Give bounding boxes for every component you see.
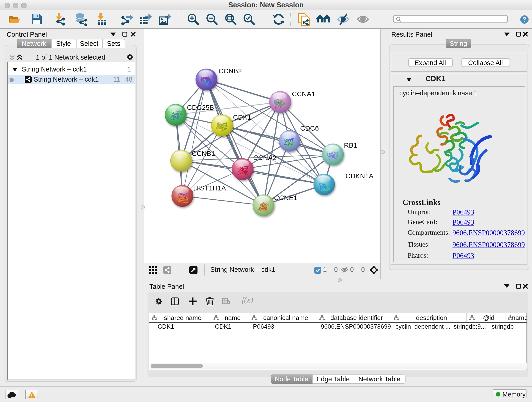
- svg-text:CCNA2: CCNA2: [253, 154, 277, 161]
- svg-text:CCNB1: CCNB1: [192, 150, 215, 157]
- svg-text:CDK1: CDK1: [233, 114, 251, 121]
- svg-text:CCNB2: CCNB2: [219, 67, 242, 75]
- svg-text:?: ?: [522, 16, 526, 23]
- svg-text:CDKN1A: CDKN1A: [346, 172, 374, 180]
- svg-text:RB1: RB1: [344, 141, 357, 149]
- svg-text:CDC6: CDC6: [300, 124, 319, 132]
- svg-text:CDC25B: CDC25B: [187, 104, 214, 111]
- svg-text:CCNE1: CCNE1: [274, 194, 298, 201]
- svg-text:CCNA1: CCNA1: [292, 90, 315, 98]
- svg-text:HIST1H1A: HIST1H1A: [193, 184, 226, 192]
